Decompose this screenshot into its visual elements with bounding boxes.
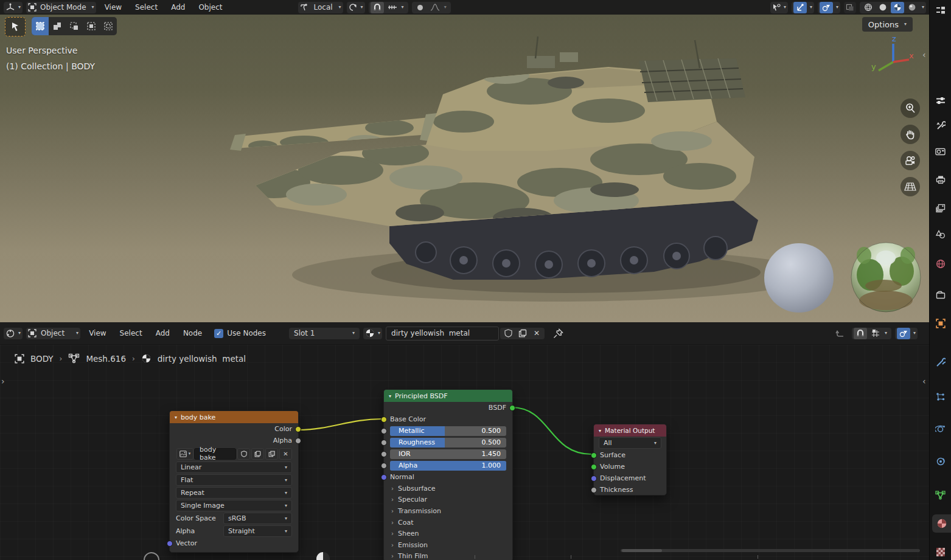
orthographic-toggle-button[interactable] [900,177,920,196]
new-material-button[interactable] [516,328,529,339]
snap-node-target-dropdown[interactable]: ▾ [868,328,890,339]
menu-node[interactable]: Node [178,328,207,339]
visibility-dropdown[interactable]: ▾ [770,2,788,13]
extension-dropdown[interactable]: Repeat ▾ [176,487,292,499]
shader-type-dropdown[interactable]: Object ▾ [26,328,80,339]
menu-view[interactable]: View [100,2,127,13]
tab-particles[interactable] [930,388,951,406]
target-dropdown[interactable]: All ▾ [599,437,661,449]
camera-view-button[interactable] [900,151,920,170]
fake-user-button[interactable] [502,328,515,339]
scrollbar-handle[interactable] [622,549,662,552]
socket-volume-input[interactable] [591,464,597,470]
socket-alpha-output[interactable] [295,438,301,444]
editor-type-selector[interactable]: ▾ [4,2,23,13]
image-pack-button[interactable] [265,448,278,460]
pivot-point-dropdown[interactable]: ▾ [347,2,365,13]
socket-bsdf-output[interactable] [509,405,515,411]
menu-object[interactable]: Object [193,2,227,13]
material-slot-dropdown[interactable]: Slot 1 ▾ [289,328,360,339]
options-dropdown[interactable]: Options ▾ [862,17,913,32]
use-nodes-checkbox[interactable]: ✓ Use Nodes [214,329,266,338]
tab-material[interactable] [932,514,951,533]
node-principled-header[interactable]: ▾ Principled BSDF [384,390,512,402]
menu-add[interactable]: Add [166,2,190,13]
tab-tool[interactable] [930,117,951,135]
socket-normal-input[interactable] [381,474,387,480]
shading-solid-button[interactable] [876,2,890,13]
collapse-chevron-icon[interactable]: ▾ [389,393,391,399]
socket-displacement-input[interactable] [591,475,597,482]
tab-world[interactable] [930,255,951,273]
collapse-chevron-icon[interactable]: ▾ [175,415,177,420]
select-box-invert-button[interactable] [83,17,100,35]
shader-editor[interactable]: ▾ Object ▾ View Select Add Node ✓ Use No… [0,322,930,560]
viewport-3d[interactable]: ▾ Object Mode ▾ View Select Add Object L… [0,0,930,322]
menu-select[interactable]: Select [115,328,147,339]
overlays-toggle[interactable] [897,328,910,339]
tweak-tool-button[interactable] [5,17,26,36]
snap-toggle[interactable] [371,2,384,13]
socket-base-color-input[interactable] [381,417,387,423]
image-browse-dropdown[interactable]: ▾ [176,448,193,460]
select-box-new-button[interactable] [32,17,49,35]
tab-texture[interactable] [930,543,951,560]
shading-rendered-button[interactable] [905,2,919,13]
section-specular[interactable]: › Specular [384,494,512,506]
select-box-extend-button[interactable] [49,17,66,35]
gizmos-toggle[interactable] [793,2,807,13]
horizontal-scrollbar[interactable] [621,549,920,552]
tab-scene[interactable] [930,225,951,243]
axis-navigation-gizmo[interactable]: z y x [869,35,915,79]
node-principled-bsdf[interactable]: ▾ Principled BSDF BSDF Base Color Metall… [383,389,513,560]
snap-controls[interactable]: ▾ [369,2,408,13]
menu-add[interactable]: Add [151,328,175,339]
section-emission[interactable]: › Emission [384,539,512,551]
image-name-field[interactable]: body bake [194,448,236,460]
node-image-texture[interactable]: ▾ body bake Color Alpha [169,410,299,553]
pan-button[interactable] [900,125,920,144]
node-material-output-header[interactable]: ▾ Material Output [594,424,666,437]
editor-type-selector-shader[interactable]: ▾ [4,328,23,339]
tank-model-render[interactable] [0,0,930,322]
outliner-filter-icon[interactable] [930,1,951,19]
tab-view-layer[interactable] [930,199,951,217]
section-sheen[interactable]: › Sheen [384,528,512,539]
material-browse-dropdown[interactable]: ▾ [363,328,382,339]
sidebar-collapse-chevron[interactable]: ‹ [922,50,926,60]
image-unlink-button[interactable]: ✕ [279,448,292,460]
transform-orientation-dropdown[interactable]: Local ▾ [298,2,343,13]
metallic-slider[interactable]: Metallic 0.500 [390,426,506,436]
socket-alpha-input[interactable] [381,463,387,469]
socket-ior-input[interactable] [381,451,387,457]
go-to-parent-node-tree-button[interactable] [832,328,848,339]
menu-select[interactable]: Select [130,2,162,13]
gizmos-controls[interactable]: ▾ [792,2,814,13]
unlink-material-button[interactable]: ✕ [531,328,543,339]
image-fake-user-button[interactable] [237,448,250,460]
overlays-toggle[interactable] [820,2,833,13]
alpha-mode-dropdown[interactable]: Straight ▾ [223,525,292,537]
overlays-controls[interactable]: ▾ [818,2,840,13]
shading-material-button[interactable] [891,2,904,13]
image-new-button[interactable] [251,448,264,460]
tab-collection[interactable] [930,286,951,304]
section-thin-film[interactable]: › Thin Film [384,551,512,560]
socket-vector-input[interactable] [167,541,173,547]
node-material-output[interactable]: ▾ Material Output All ▾ Surface Volume [593,424,667,496]
object-mode-dropdown[interactable]: Object Mode ▾ [26,2,96,13]
section-transmission[interactable]: › Transmission [384,505,512,517]
socket-surface-input[interactable] [591,452,597,458]
color-space-dropdown[interactable]: sRGB ▾ [223,513,292,524]
section-subsurface[interactable]: › Subsurface [384,483,512,494]
projection-dropdown[interactable]: Flat ▾ [176,474,292,486]
tab-object[interactable] [930,314,951,333]
tab-object-data[interactable] [930,486,951,504]
xray-toggle[interactable] [844,2,856,13]
pin-icon[interactable] [553,328,563,339]
properties-editor-icon[interactable] [930,91,951,109]
socket-color-output[interactable] [295,426,301,432]
socket-thickness-input[interactable] [591,487,597,493]
ior-slider[interactable]: IOR 1.450 [390,449,506,459]
tab-physics[interactable] [930,420,951,438]
